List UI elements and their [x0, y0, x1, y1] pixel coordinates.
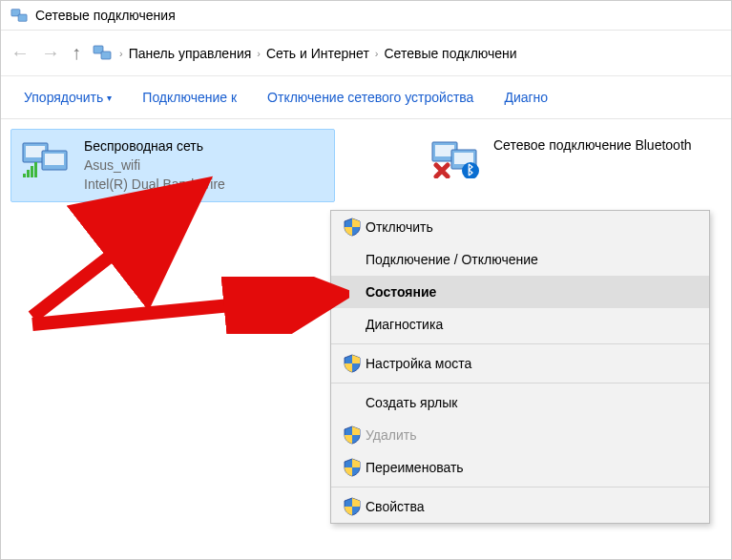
forward-button: →	[41, 42, 60, 64]
network-adapter-icon	[430, 136, 484, 178]
toolbar: Упорядочить ▾ Подключение к Отключение с…	[1, 76, 731, 119]
blank-icon	[343, 393, 362, 412]
menu-shortcut[interactable]: Создать ярлык	[331, 386, 709, 419]
svg-line-14	[32, 296, 330, 324]
blank-icon	[343, 315, 362, 334]
window: Сетевые подключения ← → ↑ › Панель управ…	[0, 0, 732, 560]
menu-delete-label: Удалить	[366, 427, 416, 443]
connection-wifi-adapter: Intel(R) Dual Band Wire	[84, 176, 225, 193]
menu-separator	[331, 487, 709, 487]
svg-rect-12	[101, 52, 111, 59]
titlebar: Сетевые подключения	[1, 1, 731, 31]
menu-disable-label: Отключить	[366, 219, 433, 235]
menu-disable[interactable]: Отключить	[331, 211, 709, 243]
connection-wifi-text: Беспроводная сеть Asus_wifi Intel(R) Dua…	[84, 137, 225, 194]
breadcrumb-icon[interactable]	[93, 43, 114, 64]
toolbar-diagnostics[interactable]: Диагно	[504, 90, 548, 105]
connection-wifi[interactable]: Беспроводная сеть Asus_wifi Intel(R) Dua…	[10, 129, 335, 202]
network-adapter-icon	[21, 137, 74, 179]
menu-status-label: Состояние	[366, 284, 436, 300]
shield-icon	[343, 497, 362, 516]
menu-diagnostics[interactable]: Диагностика	[331, 308, 709, 341]
chevron-right-icon: ›	[119, 48, 123, 59]
window-title: Сетевые подключения	[35, 8, 176, 23]
menu-bridge-label: Настройка моста	[366, 356, 471, 371]
chevron-right-icon: ›	[375, 48, 379, 59]
connection-bt-name: Сетевое подключение Bluetooth	[493, 136, 692, 154]
menu-separator	[331, 343, 709, 344]
connection-wifi-ssid: Asus_wifi	[84, 156, 225, 174]
crumb-network-internet[interactable]: Сеть и Интернет	[266, 46, 369, 61]
nav-bar: ← → ↑ › Панель управления › Сеть и Интер…	[1, 31, 731, 76]
crumb-control-panel[interactable]: Панель управления	[129, 46, 252, 61]
menu-connect-label: Подключение / Отключение	[366, 252, 538, 267]
svg-rect-10	[18, 14, 27, 21]
menu-diagnostics-label: Диагностика	[366, 317, 443, 332]
shield-icon	[343, 354, 362, 373]
menu-delete: Удалить	[331, 419, 709, 451]
crumb-network-connections[interactable]: Сетевые подключени	[384, 46, 516, 61]
shield-icon	[343, 425, 362, 445]
connection-bt-text: Сетевое подключение Bluetooth	[493, 136, 692, 154]
network-icon	[10, 7, 28, 24]
connection-wifi-name: Беспроводная сеть	[84, 137, 225, 155]
content-area: Беспроводная сеть Asus_wifi Intel(R) Dua…	[1, 119, 731, 212]
chevron-right-icon: ›	[257, 48, 261, 59]
shield-icon	[343, 218, 362, 237]
annotation-arrow	[25, 277, 349, 334]
menu-separator	[331, 383, 709, 384]
connection-bluetooth[interactable]: Сетевое подключение Bluetooth	[421, 129, 707, 186]
breadcrumb: › Панель управления › Сеть и Интернет › …	[93, 43, 722, 64]
toolbar-disable[interactable]: Отключение сетевого устройства	[267, 90, 473, 105]
menu-connect-disconnect[interactable]: Подключение / Отключение	[331, 243, 709, 276]
toolbar-connect[interactable]: Подключение к	[142, 90, 237, 105]
menu-properties-label: Свойства	[366, 499, 424, 514]
menu-rename-label: Переименовать	[366, 460, 464, 475]
context-menu: Отключить Подключение / Отключение Состо…	[330, 210, 710, 524]
menu-rename[interactable]: Переименовать	[331, 451, 709, 484]
menu-shortcut-label: Создать ярлык	[366, 395, 457, 410]
toolbar-organize[interactable]: Упорядочить ▾	[24, 90, 112, 105]
menu-properties[interactable]: Свойства	[331, 490, 709, 523]
menu-status[interactable]: Состояние	[331, 276, 709, 308]
toolbar-organize-label: Упорядочить	[24, 90, 103, 105]
blank-icon	[343, 250, 362, 269]
chevron-down-icon: ▾	[107, 93, 112, 103]
menu-bridge[interactable]: Настройка моста	[331, 347, 709, 380]
blank-icon	[343, 282, 362, 301]
back-button: ←	[10, 42, 30, 64]
shield-icon	[343, 458, 362, 477]
up-button[interactable]: ↑	[72, 42, 81, 64]
